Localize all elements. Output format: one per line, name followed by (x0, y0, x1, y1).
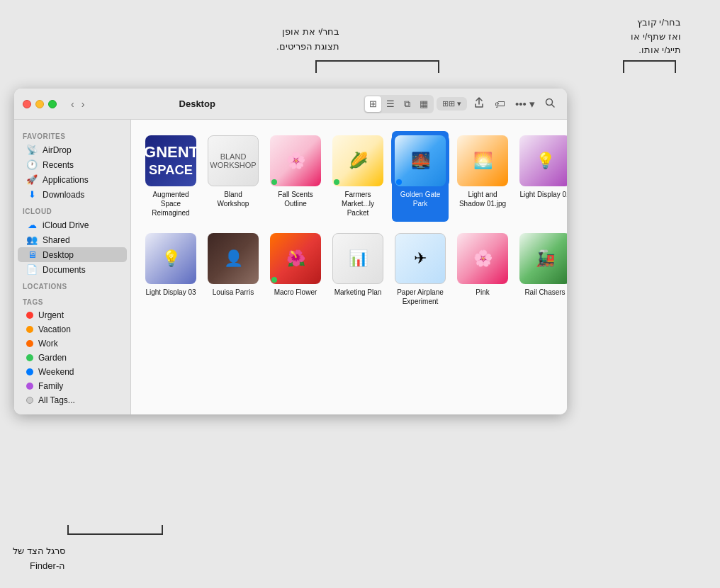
file-louisa[interactable]: 👤 Louisa Parris (205, 229, 261, 310)
applications-label: Applications (43, 175, 89, 185)
sidebar-tag-vacation[interactable]: Vacation (18, 322, 127, 337)
list-view-button[interactable]: ☰ (382, 96, 399, 112)
sidebar-tag-weekend[interactable]: Weekend (18, 365, 127, 379)
file-thumb-macro: 🌺 (270, 233, 321, 284)
annotation-top-right: בחר/י קובץ ואז שתף/י או תייג/י אותו. (631, 16, 681, 57)
close-button[interactable] (23, 100, 31, 108)
desktop-icon: 🖥 (26, 249, 38, 260)
shared-label: Shared (43, 235, 70, 245)
sidebar: Favorites 📡 AirDrop 🕐 Recents 🚀 Applicat… (14, 120, 131, 414)
sidebar-tag-work[interactable]: Work (18, 337, 127, 351)
applications-icon: 🚀 (26, 174, 38, 185)
file-thumb-light01: 💡 (519, 135, 567, 186)
file-thumb-pink: 🌸 (457, 233, 508, 284)
more-button[interactable]: ••• ▾ (512, 96, 539, 113)
airdrop-icon: 📡 (26, 145, 38, 155)
file-rail[interactable]: 🚂 Rail Chasers (517, 229, 567, 310)
file-name-farmers: Farmers Market...ly Packet (332, 190, 383, 217)
file-marketing[interactable]: 📊 Marketing Plan (330, 229, 386, 310)
sidebar-item-documents[interactable]: 📄 Documents (18, 262, 127, 277)
file-pink[interactable]: 🌸 Pink (454, 229, 511, 310)
file-paper[interactable]: ✈ Paper Airplane Experiment (392, 229, 449, 310)
title-bar: ‹ › Desktop ⊞ ☰ ⧉ ▦ ⊞⊞ ▾ 🏷 ••• ▾ (14, 89, 567, 120)
fall-dot (271, 179, 277, 185)
vacation-dot (26, 326, 33, 333)
file-name-rail: Rail Chasers (524, 288, 565, 297)
file-macro[interactable]: 🌺 Macro Flower (267, 229, 324, 310)
work-dot (26, 340, 33, 347)
family-label: Family (38, 381, 63, 391)
all-tags-dot (26, 397, 33, 404)
file-light03[interactable]: 💡 Light Display 03 (142, 229, 199, 310)
annotation-top-left: בחר/י את אופן תצוגת הפריטים. (276, 25, 339, 55)
recents-label: Recents (43, 160, 74, 170)
view-toggle: ⊞ ☰ ⧉ ▦ (364, 95, 434, 113)
file-farmers[interactable]: 🌽 Farmers Market...ly Packet (330, 131, 386, 222)
tags-label: Tags (14, 293, 130, 308)
airdrop-label: AirDrop (43, 145, 72, 155)
file-light01[interactable]: 💡 Light Display 01 (517, 131, 567, 222)
sidebar-tag-family[interactable]: Family (18, 379, 127, 393)
family-dot (26, 383, 33, 390)
file-thumb-light03: 💡 (145, 233, 196, 284)
downloads-label: Downloads (43, 190, 84, 200)
share-button[interactable] (470, 95, 488, 113)
icloud-label: iCloud (14, 202, 130, 217)
sidebar-item-applications[interactable]: 🚀 Applications (18, 172, 127, 187)
annotation-bottom: סרגל הצד של ה-Finder (13, 544, 65, 574)
file-thumb-light-shadow: 🌅 (457, 135, 508, 186)
work-label: Work (38, 339, 58, 349)
icon-view-button[interactable]: ⊞ (365, 96, 381, 112)
file-golden[interactable]: 🌉 Golden Gate Park (392, 131, 449, 222)
sidebar-item-downloads[interactable]: ⬇ Downloads (18, 187, 127, 202)
documents-label: Documents (43, 265, 86, 275)
file-name-light01: Light Display 01 (519, 190, 567, 199)
recents-icon: 🕐 (26, 159, 38, 170)
file-name-fall: Fall Scents Outline (270, 190, 321, 208)
column-view-button[interactable]: ⧉ (400, 96, 415, 112)
group-button[interactable]: ⊞⊞ ▾ (437, 97, 467, 111)
file-name-pink: Pink (476, 288, 489, 297)
file-name-bland: Bland Workshop (208, 190, 259, 208)
file-bland[interactable]: BLANDWORKSHOP Bland Workshop (205, 131, 261, 222)
sidebar-item-icloud[interactable]: ☁ iCloud Drive (18, 217, 127, 232)
file-name-paper: Paper Airplane Experiment (395, 288, 446, 306)
file-light-shadow[interactable]: 🌅 Light and Shadow 01.jpg (454, 131, 511, 222)
file-name-augmented: Augmented Space Reimagined (145, 190, 196, 217)
file-fall[interactable]: 🌸 Fall Scents Outline (267, 131, 324, 222)
bracket-bottom-left (67, 525, 163, 535)
bracket-top-left (315, 60, 439, 73)
annotation-bottom-text2: ה-Finder (13, 559, 65, 574)
file-name-marketing: Marketing Plan (334, 288, 382, 297)
finder-window: ‹ › Desktop ⊞ ☰ ⧉ ▦ ⊞⊞ ▾ 🏷 ••• ▾ (14, 89, 567, 414)
urgent-dot (26, 312, 33, 319)
tag-button[interactable]: 🏷 (491, 96, 509, 112)
sidebar-item-desktop[interactable]: 🖥 Desktop (18, 247, 127, 262)
shared-icon: 👥 (26, 234, 38, 245)
documents-icon: 📄 (26, 264, 38, 275)
farmers-dot (334, 179, 339, 185)
vacation-label: Vacation (38, 324, 71, 334)
icloud-label-text: iCloud Drive (43, 220, 89, 230)
sidebar-tag-garden[interactable]: Garden (18, 351, 127, 365)
file-thumb-golden: 🌉 (395, 135, 446, 186)
sidebar-tag-urgent[interactable]: Urgent (18, 308, 127, 322)
search-button[interactable] (541, 96, 558, 112)
sidebar-item-recents[interactable]: 🕐 Recents (18, 157, 127, 172)
file-thumb-augmented: AUGNENTEDSPACE (145, 135, 196, 186)
annotation-top-left-text2: תצוגת הפריטים. (276, 40, 339, 55)
file-thumb-louisa: 👤 (208, 233, 259, 284)
file-name-macro: Macro Flower (274, 288, 317, 297)
sidebar-item-airdrop[interactable]: 📡 AirDrop (18, 142, 127, 157)
macro-dot (271, 277, 277, 283)
weekend-label: Weekend (38, 367, 74, 377)
file-thumb-marketing: 📊 (332, 233, 383, 284)
sidebar-tag-all[interactable]: All Tags... (18, 393, 127, 407)
gallery-view-button[interactable]: ▦ (415, 96, 432, 112)
file-augmented[interactable]: AUGNENTEDSPACE Augmented Space Reimagine… (142, 131, 199, 222)
annotation-top-right-text: בחר/י קובץ (631, 16, 681, 30)
urgent-label: Urgent (38, 310, 64, 320)
garden-label: Garden (38, 353, 67, 363)
sidebar-item-shared[interactable]: 👥 Shared (18, 232, 127, 247)
file-thumb-bland: BLANDWORKSHOP (208, 135, 259, 186)
